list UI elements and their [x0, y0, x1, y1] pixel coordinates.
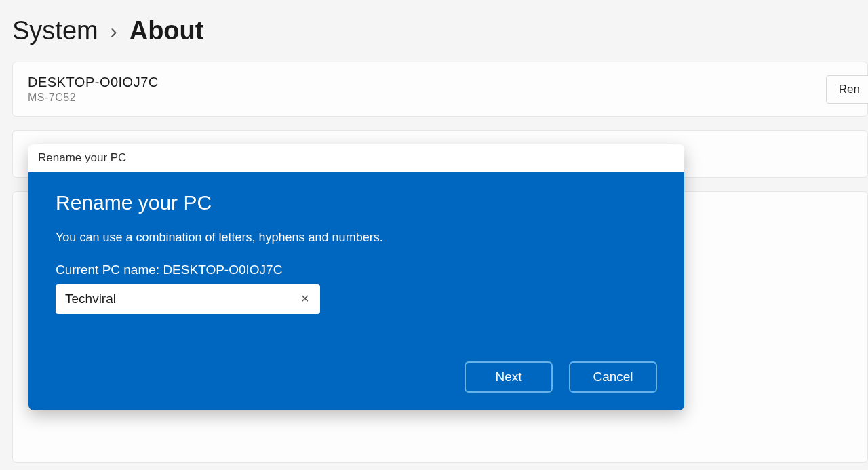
dialog-actions: Next Cancel [56, 361, 657, 393]
breadcrumb-parent[interactable]: System [12, 16, 98, 45]
next-button[interactable]: Next [465, 361, 553, 393]
rename-pc-button[interactable]: Ren [826, 75, 868, 104]
breadcrumb-current: About [130, 16, 204, 45]
dialog-heading: Rename your PC [56, 191, 657, 214]
breadcrumb: System › About [0, 0, 868, 62]
current-pc-name-label: Current PC name: DESKTOP-O0IOJ7C [56, 262, 657, 277]
cancel-button[interactable]: Cancel [569, 361, 657, 393]
dialog-title: Rename your PC [28, 144, 684, 172]
dialog-body: Rename your PC You can use a combination… [28, 172, 684, 410]
chevron-right-icon: › [111, 20, 117, 43]
pc-name-input-wrap: ✕ [56, 284, 320, 314]
pc-name-label: DESKTOP-O0IOJ7C [28, 75, 159, 90]
pc-model-label: MS-7C52 [28, 92, 159, 104]
pc-name-input[interactable] [56, 284, 320, 314]
pc-info-left: DESKTOP-O0IOJ7C MS-7C52 [28, 75, 159, 104]
dialog-description: You can use a combination of letters, hy… [56, 231, 657, 245]
clear-input-icon[interactable]: ✕ [298, 291, 312, 307]
rename-pc-dialog: Rename your PC Rename your PC You can us… [28, 144, 684, 410]
pc-info-card: DESKTOP-O0IOJ7C MS-7C52 Ren [12, 62, 868, 117]
